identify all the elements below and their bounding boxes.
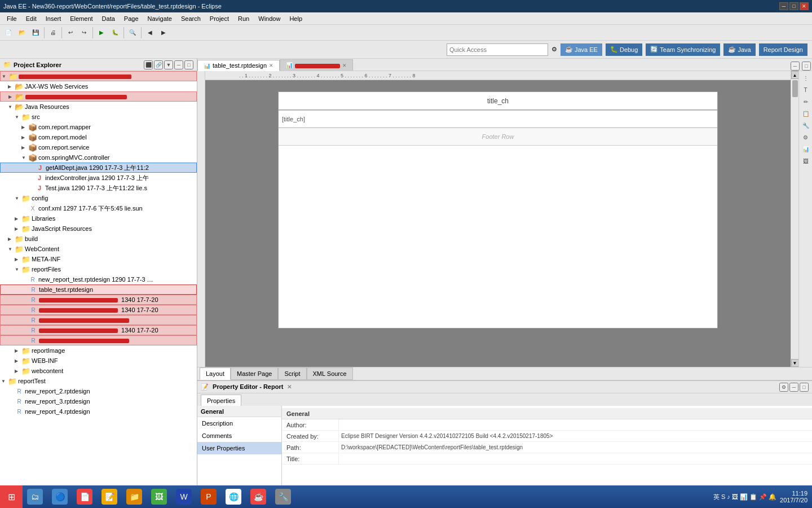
canvas-container[interactable]: . . 1 . . . . . . . 2 . . . . . . . 3 . …: [205, 71, 791, 367]
tree-item-redacted-1[interactable]: ▶ 📂: [0, 91, 197, 102]
prop-tab-properties[interactable]: Properties: [201, 395, 241, 406]
taskbar-item-files[interactable]: 📁: [122, 487, 147, 507]
tree-item-jaxws[interactable]: ▶ 📂 JAX-WS Web Services: [0, 81, 197, 91]
sidebar-tool-6[interactable]: ⚙: [800, 132, 811, 143]
maximize-panel-button[interactable]: □: [184, 60, 193, 69]
prop-cat-description[interactable]: Description: [197, 417, 281, 430]
taskbar-item-doc[interactable]: 📄: [72, 487, 97, 507]
tree-item-reportimage[interactable]: ▶ 📁 reportImage: [0, 345, 197, 356]
minimize-panel-button[interactable]: ─: [174, 60, 183, 69]
toolbar-back[interactable]: ◀: [144, 27, 156, 39]
sidebar-tool-4[interactable]: 📋: [800, 108, 811, 119]
toolbar-new[interactable]: 📄: [2, 27, 15, 39]
editor-maximize[interactable]: □: [802, 62, 811, 71]
data-row[interactable]: [title_ch]: [279, 111, 717, 128]
design-canvas[interactable]: title_ch [title_ch] Footer Row: [278, 91, 718, 329]
tree-item-service[interactable]: ▶ 📦 com.report.service: [0, 142, 197, 152]
title-row[interactable]: title_ch: [279, 92, 717, 110]
toolbar-debug[interactable]: 🐛: [109, 27, 121, 39]
link-with-editor-button[interactable]: 🔗: [154, 60, 163, 69]
tree-item-root-project[interactable]: ▼ 📁: [0, 71, 197, 81]
toolbar-undo[interactable]: ↩: [64, 27, 77, 39]
toolbar-run[interactable]: ▶: [95, 27, 108, 39]
toolbar-forward[interactable]: ▶: [157, 27, 170, 39]
toolbar-open[interactable]: 📂: [16, 27, 28, 39]
prop-value-path[interactable]: D:\workspace\[REDACTED]\WebContent\repor…: [338, 442, 812, 453]
taskbar-item-word[interactable]: W: [171, 487, 196, 507]
menu-element[interactable]: Element: [65, 14, 97, 23]
taskbar-item-edit[interactable]: 📝: [97, 487, 122, 507]
taskbar-item-settings[interactable]: 🔧: [271, 487, 295, 507]
tree-item-webcontent2[interactable]: ▶ 📁 webcontent: [0, 366, 197, 376]
prop-value-author[interactable]: [338, 419, 812, 430]
tree-item-redacted-rpt-5[interactable]: R: [0, 335, 197, 345]
prop-panel-maximize[interactable]: □: [800, 383, 809, 392]
canvas-vscroll[interactable]: ▲ ▼: [791, 71, 798, 367]
perspective-javaee[interactable]: ☕ Java EE: [561, 43, 602, 56]
minimize-button[interactable]: ─: [779, 2, 788, 10]
footer-row[interactable]: Footer Row: [279, 128, 717, 145]
tree-item-config[interactable]: ▼ 📁 config: [0, 193, 197, 203]
quick-access-input[interactable]: [447, 43, 548, 56]
tree-item-reportfiles[interactable]: ▼ 📁 reportFiles: [0, 264, 197, 274]
perspective-team-sync[interactable]: 🔄 Team Synchronizing: [646, 43, 720, 56]
menu-window[interactable]: Window: [254, 14, 285, 23]
tree-item-redacted-rpt-4[interactable]: R 1340 17-7-20: [0, 325, 197, 335]
menu-file[interactable]: File: [2, 14, 21, 23]
taskbar-item-java[interactable]: ☕: [246, 487, 271, 507]
layout-tab-master[interactable]: Master Page: [231, 367, 278, 380]
prop-panel-minimize[interactable]: ─: [789, 383, 798, 392]
scroll-up-arrow[interactable]: ▲: [791, 71, 799, 79]
tree-item-controller[interactable]: ▼ 📦 com.springMVC.controller: [0, 152, 197, 163]
tree-item-redacted-rpt-2[interactable]: R 1340 17-7-20: [0, 305, 197, 315]
prop-panel-icon-btn-1[interactable]: ⚙: [779, 383, 788, 392]
tree-item-redacted-rpt-3[interactable]: R: [0, 315, 197, 325]
sidebar-tool-8[interactable]: 🖼: [800, 155, 811, 167]
tree-item-getalldept[interactable]: J getAllDept.java 1290 17-7-3 上午11:2: [0, 163, 197, 173]
tree-item-indexcontroller[interactable]: J indexController.java 1290 17-7-3 上午: [0, 173, 197, 183]
layout-tab-layout[interactable]: Layout: [200, 367, 231, 380]
menu-help[interactable]: Help: [285, 14, 307, 23]
taskbar-item-chrome[interactable]: 🌐: [221, 487, 246, 507]
tab-table-test[interactable]: 📊 table_test.rptdesign ✕: [197, 60, 280, 71]
scroll-track[interactable]: [792, 79, 798, 359]
view-menu-button[interactable]: ▼: [164, 60, 173, 69]
prop-value-createdby[interactable]: Eclipse BIRT Designer Version 4.4.2.v201…: [338, 431, 812, 441]
tree-item-mapper[interactable]: ▶ 📦 com.report.mapper: [0, 122, 197, 132]
sidebar-tool-7[interactable]: 📊: [800, 143, 811, 155]
tree-item-reporttest[interactable]: ▼ 📁 reportTest: [0, 376, 197, 386]
menu-data[interactable]: Data: [98, 14, 120, 23]
taskbar-item-paint[interactable]: 🖼: [147, 487, 171, 507]
menu-edit[interactable]: Edit: [21, 14, 41, 23]
layout-tab-xml[interactable]: XML Source: [307, 367, 353, 380]
tab-close-button[interactable]: ✕: [269, 63, 273, 68]
scroll-down-arrow[interactable]: ▼: [791, 359, 799, 367]
menu-navigate[interactable]: Navigate: [143, 14, 176, 23]
taskbar-item-ppt[interactable]: P: [196, 487, 221, 507]
prop-input-title[interactable]: [341, 456, 810, 462]
tree-item-java-resources[interactable]: ▼ 📂 Java Resources: [0, 102, 197, 112]
perspective-report[interactable]: Report Design: [759, 43, 807, 56]
tree-item-test[interactable]: J Test.java 1290 17-7-3 上午11:22 lie.s: [0, 183, 197, 193]
menu-insert[interactable]: Insert: [41, 14, 66, 23]
prop-input-author[interactable]: [341, 422, 810, 428]
prop-cat-comments[interactable]: Comments: [197, 430, 281, 442]
tree-item-new-report-2[interactable]: R new_report_2.rptdesign: [0, 386, 197, 396]
close-button[interactable]: ✕: [800, 2, 809, 10]
maximize-button[interactable]: □: [789, 2, 798, 10]
perspective-java[interactable]: ☕ Java: [723, 43, 755, 56]
sidebar-tool-1[interactable]: ⋮: [800, 72, 811, 84]
toolbar-print[interactable]: 🖨: [47, 27, 59, 39]
menu-run[interactable]: Run: [233, 14, 254, 23]
tree-item-libraries[interactable]: ▶ 📁 Libraries: [0, 213, 197, 224]
taskbar-item-browser[interactable]: 🔵: [47, 487, 72, 507]
tree-item-model[interactable]: ▶ 📦 com.report.model: [0, 132, 197, 142]
start-button[interactable]: ⊞: [0, 485, 23, 508]
tree-item-new-report-4[interactable]: R new_report_4.rptdesign: [0, 406, 197, 417]
menu-page[interactable]: Page: [120, 14, 143, 23]
tree-item-build[interactable]: ▶ 📁 build: [0, 234, 197, 244]
tree-item-new-report-3[interactable]: R new_report_3.rptdesign: [0, 396, 197, 406]
editor-minimize[interactable]: ─: [791, 62, 800, 71]
tree-item-webcontent[interactable]: ▼ 📁 WebContent: [0, 244, 197, 254]
tree-item-js-resources[interactable]: ▶ 📁 JavaScript Resources: [0, 224, 197, 234]
